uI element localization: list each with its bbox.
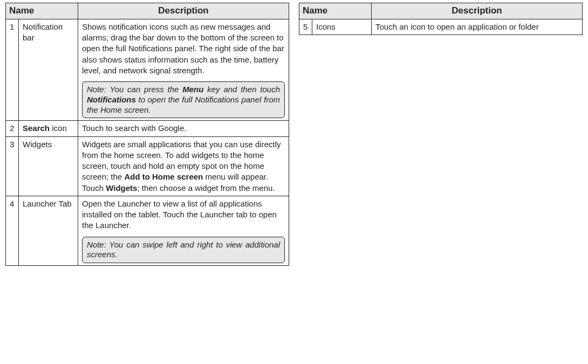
row-description: Widgets are small applications that you …	[78, 136, 289, 196]
header-row: Name Description	[299, 3, 583, 19]
row-name: Launcher Tab	[19, 196, 78, 265]
row-description: Touch an icon to open an application or …	[372, 19, 583, 35]
left-column: Name Description 1 Notification bar Show…	[5, 3, 289, 266]
row-number: 3	[6, 136, 19, 196]
table-row: 3 Widgets Widgets are small applications…	[6, 136, 289, 196]
row-number: 2	[6, 121, 19, 136]
note-box: Note: You can swipe left and right to vi…	[82, 237, 285, 264]
header-name: Name	[6, 3, 78, 19]
row-number: 4	[6, 196, 19, 265]
header-description: Description	[78, 3, 289, 19]
right-table: Name Description 5 Icons Touch an icon t…	[299, 3, 583, 35]
row-number: 1	[6, 19, 19, 121]
header-name: Name	[299, 3, 372, 19]
row-description: Shows notification icons such as new mes…	[78, 19, 289, 121]
right-column: Name Description 5 Icons Touch an icon t…	[299, 3, 583, 266]
row-name: Icons	[312, 19, 372, 35]
row-number: 5	[299, 19, 312, 35]
note-box: Note: You can press the Menu key and the…	[82, 81, 285, 118]
table-row: 1 Notification bar Shows notification ic…	[6, 19, 289, 121]
header-description: Description	[372, 3, 583, 19]
row-description: Open the Launcher to view a list of all …	[78, 196, 289, 265]
row-name: Widgets	[19, 136, 78, 196]
table-row: 2 Search icon Touch to search with Googl…	[6, 121, 289, 136]
row-name: Search icon	[19, 121, 78, 136]
header-row: Name Description	[6, 3, 289, 19]
left-table: Name Description 1 Notification bar Show…	[5, 3, 289, 266]
row-description: Touch to search with Google.	[78, 121, 289, 136]
table-row: 5 Icons Touch an icon to open an applica…	[299, 19, 583, 35]
row-name: Notification bar	[19, 19, 78, 121]
table-row: 4 Launcher Tab Open the Launcher to view…	[6, 196, 289, 265]
